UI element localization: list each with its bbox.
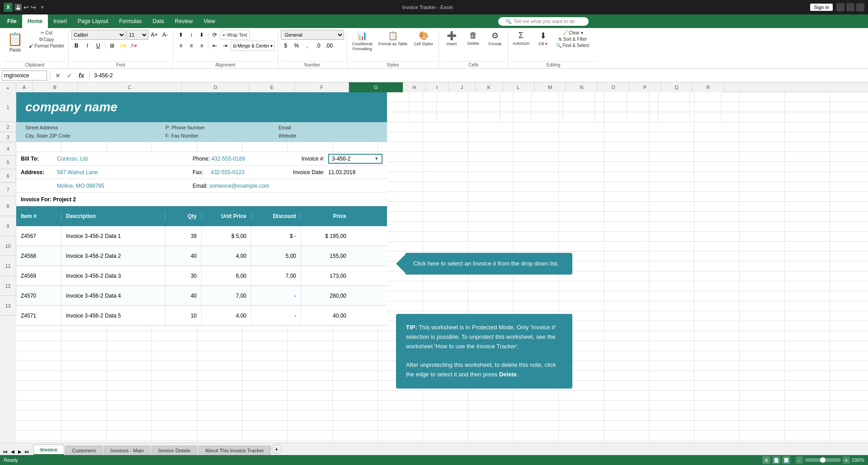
cell-styles-button[interactable]: 🎨 Cell Styles xyxy=(411,30,436,47)
increase-indent-button[interactable]: ⇥ xyxy=(220,41,230,51)
font-name-select[interactable]: Calibri xyxy=(71,30,126,40)
merge-center-button[interactable]: ⊟ Merge & Center ▾ xyxy=(231,41,275,51)
col-header-j[interactable]: J xyxy=(448,82,476,92)
close-icon[interactable] xyxy=(856,3,864,11)
col-header-d[interactable]: D xyxy=(182,82,250,92)
restore-icon[interactable] xyxy=(846,3,854,11)
underline-button[interactable]: U xyxy=(93,41,103,51)
invoice-row-1[interactable]: Z4567 Invoice 3-456-2 Data 1 39 $ 5,00 $… xyxy=(16,226,387,246)
autosum-button[interactable]: Σ AutoSum xyxy=(511,30,531,47)
bill-to-row[interactable]: Bill To: Contoso, Ltd Phone: 432-555-018… xyxy=(16,152,387,166)
zoom-slider[interactable] xyxy=(805,458,841,462)
cell-price-2[interactable]: 173,00 xyxy=(301,266,351,285)
col-header-h[interactable]: H xyxy=(403,82,426,92)
align-middle-button[interactable]: ↕ xyxy=(186,30,196,40)
fill-color-button[interactable]: A▾ xyxy=(118,41,128,51)
cell-price-1[interactable]: 155,00 xyxy=(301,246,351,266)
address-row[interactable]: Address: 567 Walnut Lane Fax: 432-555-01… xyxy=(16,166,387,179)
tab-page-layout[interactable]: Page Layout xyxy=(72,14,113,28)
cell-discount-3[interactable]: - xyxy=(251,286,301,305)
cell-r1[interactable] xyxy=(690,92,722,122)
borders-button[interactable]: ⊞ xyxy=(107,41,117,51)
align-left-button[interactable]: ≡ xyxy=(176,41,186,51)
cut-button[interactable]: ✂ Cut xyxy=(28,30,66,36)
invoice-dropdown-arrow[interactable]: ▼ xyxy=(374,156,379,161)
tab-insert[interactable]: Insert xyxy=(48,14,72,28)
decrease-indent-button[interactable]: ⇤ xyxy=(210,41,220,51)
cell-qty-2[interactable]: 30 xyxy=(165,266,202,285)
col-header-e[interactable]: E xyxy=(250,82,295,92)
increase-decimal-button[interactable]: .00 xyxy=(324,41,334,51)
cell-desc-3[interactable]: Invoice 3-456-2 Data 4 xyxy=(61,286,165,305)
clear-button[interactable]: 🧹 Clear ▾ xyxy=(555,30,590,36)
cell-item-0[interactable]: Z4567 xyxy=(16,226,61,246)
col-header-l[interactable]: L xyxy=(503,82,534,92)
tab-formulas[interactable]: Formulas xyxy=(113,14,147,28)
row-header-7[interactable]: 7 xyxy=(0,183,16,196)
cell-qty-0[interactable]: 39 xyxy=(165,226,202,246)
tab-file[interactable]: File xyxy=(2,14,22,28)
row-header-13[interactable]: 13 xyxy=(0,296,16,316)
page-break-view-button[interactable]: 📃 xyxy=(782,456,790,464)
invoice-num-cell[interactable]: 3-456-2 ▼ xyxy=(328,154,382,164)
row-header-4[interactable]: 4 xyxy=(0,142,16,156)
row-header-12[interactable]: 12 xyxy=(0,276,16,296)
quick-save-icon[interactable]: 💾 xyxy=(14,4,22,11)
next-sheet-button[interactable]: ▶ xyxy=(16,448,24,455)
invoice-row-3[interactable]: Z4569 Invoice 3-456-2 Data 3 30 6,00 7,0… xyxy=(16,266,387,286)
decrease-decimal-button[interactable]: .0 xyxy=(313,41,323,51)
increase-font-button[interactable]: A+ xyxy=(149,30,159,40)
cell-price-4[interactable]: 40,00 xyxy=(301,306,351,325)
cell-price-3[interactable]: 280,00 xyxy=(301,286,351,305)
zoom-in-button[interactable]: + xyxy=(843,456,850,464)
cell-h1[interactable] xyxy=(387,92,410,122)
confirm-formula-button[interactable]: ✓ xyxy=(65,71,75,81)
italic-button[interactable]: I xyxy=(82,41,92,51)
col-header-c[interactable]: C xyxy=(78,82,182,92)
cell-discount-4[interactable]: - xyxy=(251,306,301,325)
cell-m1[interactable] xyxy=(532,92,563,122)
cell-desc-2[interactable]: Invoice 3-456-2 Data 3 xyxy=(61,266,165,285)
minimize-icon[interactable] xyxy=(836,3,844,11)
col-header-r[interactable]: R xyxy=(693,82,724,92)
row-header-2[interactable]: 2 xyxy=(0,122,16,132)
zoom-out-button[interactable]: - xyxy=(796,456,803,464)
quick-access-more[interactable]: ▼ xyxy=(38,5,45,10)
prev-sheet-button[interactable]: ◀ xyxy=(9,448,16,455)
sheet-tab-about[interactable]: About This Invoice Tracker xyxy=(198,446,271,455)
tab-review[interactable]: Review xyxy=(170,14,198,28)
align-right-button[interactable]: ≡ xyxy=(197,41,207,51)
cell-discount-1[interactable]: 5,00 xyxy=(251,246,301,266)
sheet-tab-invoice-details[interactable]: Invoice Details xyxy=(151,446,198,455)
invoice-row-4[interactable]: Z4570 Invoice 3-456-2 Data 4 40 7,00 - 2… xyxy=(16,286,387,306)
find-select-button[interactable]: 🔍 Find & Select xyxy=(555,43,590,48)
cell-i1[interactable] xyxy=(410,92,437,122)
col-header-o[interactable]: O xyxy=(598,82,629,92)
quick-undo-icon[interactable]: ↩ xyxy=(24,4,29,11)
copy-button[interactable]: ⧉ Copy xyxy=(28,36,66,43)
decrease-font-button[interactable]: A- xyxy=(160,30,170,40)
col-header-f[interactable]: F xyxy=(295,82,349,92)
row-header-10[interactable]: 10 xyxy=(0,236,16,256)
cell-discount-0[interactable]: $ - xyxy=(251,226,301,246)
paste-button[interactable]: 📋 Paste xyxy=(4,30,27,54)
sort-filter-button[interactable]: ⇅ Sort & Filter xyxy=(555,36,590,42)
align-bottom-button[interactable]: ⬇ xyxy=(197,30,207,40)
last-sheet-button[interactable]: ⏭ xyxy=(24,448,31,455)
sheet-tab-invoice[interactable]: Invoice xyxy=(33,445,64,455)
number-format-select[interactable]: General xyxy=(281,30,344,40)
invoice-row-5[interactable]: Z4571 Invoice 3-456-2 Data 5 10 4,00 - 4… xyxy=(16,306,387,326)
quick-redo-icon[interactable]: ↪ xyxy=(31,4,36,11)
sheet-tab-customers[interactable]: Customers xyxy=(65,446,103,455)
col-header-i[interactable]: I xyxy=(426,82,448,92)
col-header-n[interactable]: N xyxy=(566,82,598,92)
col-header-g[interactable]: G xyxy=(349,82,403,92)
page-layout-view-button[interactable]: 📄 xyxy=(772,456,780,464)
cell-item-4[interactable]: Z4571 xyxy=(16,306,61,325)
normal-view-button[interactable]: ⊞ xyxy=(762,456,770,464)
tab-data[interactable]: Data xyxy=(147,14,169,28)
add-sheet-button[interactable]: + xyxy=(272,444,282,454)
row-header-9[interactable]: 9 xyxy=(0,216,16,236)
col-header-m[interactable]: M xyxy=(534,82,566,92)
cell-q1[interactable] xyxy=(658,92,690,122)
